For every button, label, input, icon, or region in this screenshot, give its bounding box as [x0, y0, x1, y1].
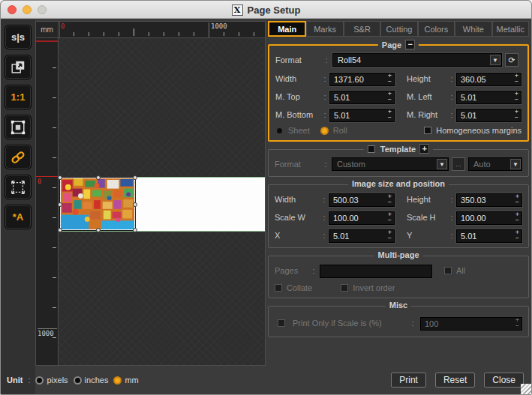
tab-metallic[interactable]: Metallic [492, 21, 529, 37]
pixels-radio[interactable] [35, 376, 44, 385]
chevron-down-icon[interactable]: ▼ [437, 159, 447, 169]
resize-handle-s[interactable] [96, 228, 101, 232]
tab-cutting[interactable]: Cutting [380, 21, 417, 37]
tab-white[interactable]: White [455, 21, 491, 37]
mirror-tool-button[interactable]: s|s [5, 25, 32, 49]
pages-input[interactable] [320, 265, 432, 278]
resize-handle-se[interactable] [133, 228, 137, 232]
tab-main[interactable]: Main [268, 21, 306, 37]
resize-handle-sw[interactable] [59, 228, 62, 232]
fit-to-page-button[interactable] [5, 175, 32, 199]
refresh-format-button[interactable]: ⟳ [505, 53, 518, 67]
roll-radio[interactable] [320, 127, 329, 135]
margin-left-field: +− [456, 90, 521, 103]
image-size-group-legend: Image size and position [348, 179, 449, 188]
margin-right-spinner: +− [512, 109, 521, 121]
print-button[interactable]: Print [391, 373, 426, 388]
pixels-label: pixels [47, 376, 68, 385]
unit-mm-option[interactable]: mm [113, 376, 138, 385]
margin-top-input[interactable] [329, 91, 395, 104]
resize-handle-ne[interactable] [133, 175, 137, 180]
homogeneous-margins-checkbox[interactable] [424, 127, 431, 134]
spinner-down[interactable]: − [512, 97, 521, 103]
page-height-input[interactable] [456, 73, 521, 86]
spinner-down[interactable]: − [386, 97, 394, 103]
invert-order-checkbox[interactable] [341, 284, 348, 292]
separator: : [449, 195, 455, 204]
collate-checkbox[interactable] [275, 284, 282, 292]
scale-h-input[interactable] [456, 211, 522, 225]
margin-left-input[interactable] [456, 91, 521, 104]
all-pages-checkbox[interactable] [444, 267, 452, 274]
resize-handle-n[interactable] [96, 175, 101, 180]
margin-bottom-input[interactable] [329, 109, 395, 122]
page-format-select[interactable]: Roll54 ▼ [332, 53, 502, 67]
resize-handle-e[interactable] [133, 202, 137, 207]
v-ruler-origin-line [36, 176, 58, 177]
chevron-down-icon[interactable]: ▼ [490, 55, 500, 65]
inches-radio[interactable] [74, 376, 82, 385]
spinner-down[interactable]: − [386, 115, 394, 121]
mm-radio[interactable] [113, 376, 122, 385]
v-ruler-ticks [53, 38, 56, 365]
image-width-input[interactable] [329, 193, 395, 207]
tab-colors[interactable]: Colors [418, 21, 455, 37]
print-only-scale-field: +− [420, 316, 522, 330]
template-mode-select[interactable]: Auto ▼ [468, 157, 522, 171]
unit-pixels-option[interactable]: pixels [35, 376, 68, 385]
template-format-value: Custom [337, 160, 365, 169]
pos-y-spinner: +− [513, 229, 521, 241]
mm-label: mm [125, 376, 138, 385]
spinner-down[interactable]: − [513, 235, 521, 241]
spinner-down[interactable]: − [386, 217, 394, 223]
placed-image-selection[interactable] [60, 178, 135, 230]
misc-group-legend: Misc [386, 301, 411, 310]
image-height-input[interactable] [456, 193, 522, 207]
ruler-unit-corner: mm [35, 21, 59, 38]
tab-bar: Main Marks S&R Cutting Colors White Meta… [268, 21, 529, 37]
scale-w-input[interactable] [329, 211, 395, 225]
scale-w-spinner: +− [386, 211, 394, 223]
pos-y-input[interactable] [456, 229, 522, 243]
spinner-down[interactable]: − [386, 199, 394, 205]
template-enable-checkbox[interactable] [368, 145, 375, 153]
roll-label: Roll [333, 126, 347, 135]
expand-template-group-button[interactable]: + [419, 144, 429, 154]
sheet-radio[interactable] [275, 127, 284, 135]
one-to-one-zoom-button[interactable]: 1:1 [5, 85, 32, 109]
export-view-button[interactable] [5, 55, 32, 79]
browse-template-button[interactable]: ... [452, 157, 465, 171]
collapse-page-group-button[interactable]: − [405, 40, 415, 49]
spinner-down[interactable]: − [512, 115, 521, 121]
spinner-down[interactable]: − [386, 235, 394, 241]
pages-label: Pages [275, 266, 308, 275]
page-preview-canvas[interactable] [59, 38, 266, 366]
tab-marks[interactable]: Marks [306, 21, 343, 37]
chevron-down-icon[interactable]: ▼ [510, 159, 521, 169]
pos-x-input[interactable] [329, 229, 395, 243]
close-button[interactable]: Close [484, 373, 524, 388]
unit-label: Unit [7, 376, 23, 385]
spinner-down[interactable]: − [513, 323, 521, 329]
margin-top-spinner: +− [386, 91, 394, 103]
tab-sr[interactable]: S&R [344, 21, 380, 37]
spinner-down[interactable]: − [512, 79, 521, 85]
selection-frame-button[interactable] [5, 115, 32, 139]
margin-right-input[interactable] [456, 109, 521, 122]
window-resize-grip[interactable] [521, 384, 531, 394]
unit-inches-option[interactable]: inches [74, 376, 109, 385]
h-ruler-origin-line [59, 22, 60, 38]
text-annotation-button[interactable]: *A [5, 205, 32, 229]
reset-button[interactable]: Reset [435, 373, 475, 388]
separator: : [321, 213, 327, 222]
print-only-scale-checkbox[interactable] [278, 319, 285, 327]
page-width-input[interactable] [329, 73, 395, 86]
separator: : [449, 231, 455, 240]
link-dimensions-button[interactable] [5, 145, 32, 169]
page-height-spinner: +− [512, 73, 521, 85]
spinner-down[interactable]: − [513, 199, 521, 205]
template-format-select[interactable]: Custom ▼ [332, 157, 449, 171]
spinner-down[interactable]: − [513, 217, 521, 223]
spinner-down[interactable]: − [386, 79, 394, 85]
print-only-scale-input[interactable] [420, 317, 522, 331]
